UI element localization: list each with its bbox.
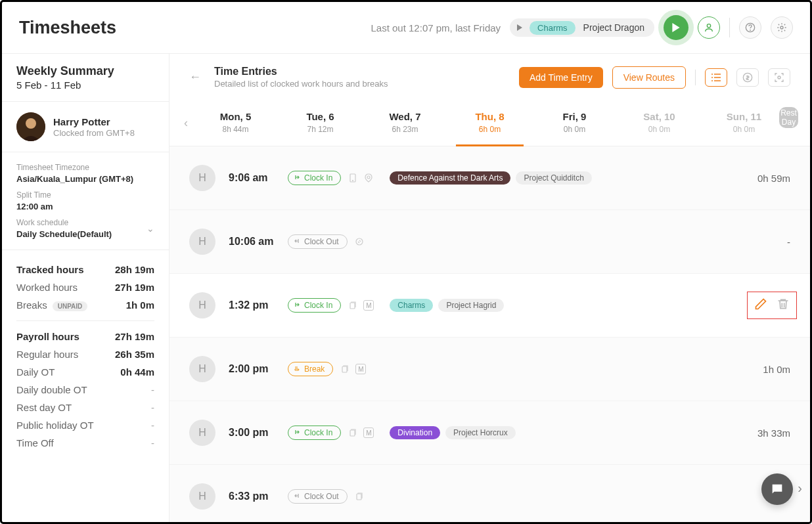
trash-icon[interactable] <box>777 297 790 313</box>
day-hours: 0h 0m <box>702 125 786 134</box>
entry-tag: Charms <box>390 299 433 312</box>
section-subtitle: Detailed list of clocked work hours and … <box>214 79 388 89</box>
pill-icon <box>294 492 300 500</box>
day-label: Tue, 6 <box>278 111 363 122</box>
entry-meta-icons <box>348 173 374 183</box>
entry-meta-icons: M <box>348 427 374 438</box>
day-label: Sun, 11 <box>702 111 786 122</box>
chevron-down-icon[interactable]: ⌄ <box>147 223 154 234</box>
time-entry-row[interactable]: H9:06 amClock InDefence Against the Dark… <box>169 146 810 210</box>
m-badge: M <box>363 427 374 438</box>
entry-meta-icons: M <box>348 300 374 311</box>
entry-tags: DivinationProject Horcrux <box>390 426 515 439</box>
entry-duration: - <box>787 236 790 248</box>
day-tab-1[interactable]: Tue, 67h 12m <box>278 100 363 146</box>
entry-avatar: H <box>189 483 215 510</box>
entry-duration: 1h 0m <box>763 364 790 375</box>
chat-button[interactable] <box>761 473 793 505</box>
time-entry-row[interactable]: H1:32 pmClock InMCharmsProject Hagrid0h … <box>169 274 810 338</box>
svg-point-16 <box>367 176 370 179</box>
entry-tags: CharmsProject Hagrid <box>390 299 504 312</box>
user-timezone: Clocked from GMT+8 <box>53 128 135 138</box>
day-tab-0[interactable]: Mon, 58h 44m <box>193 100 278 146</box>
day-label: Fri, 9 <box>532 111 617 122</box>
current-project-tag: Project Dragon <box>581 20 652 35</box>
day-hours: 7h 12m <box>278 125 363 134</box>
svg-point-3 <box>780 26 783 29</box>
back-arrow-icon[interactable]: ← <box>189 70 201 84</box>
daily-ot-label: Daily OT <box>16 366 55 378</box>
day-tab-4[interactable]: Fri, 90h 0m <box>532 100 617 146</box>
expand-chevron-icon[interactable]: › <box>798 481 802 496</box>
m-badge: M <box>363 300 374 311</box>
clock-in-play-button[interactable] <box>664 15 688 40</box>
settings-button[interactable] <box>771 16 793 39</box>
svg-rect-19 <box>342 366 347 372</box>
copy-icon <box>348 300 358 311</box>
payroll-value: 27h 19m <box>115 331 154 342</box>
time-entry-row[interactable]: H10:06 amClock Out- <box>169 210 810 274</box>
user-avatar[interactable] <box>16 112 45 141</box>
day-hours: 6h 0m <box>447 125 532 134</box>
regular-label: Regular hours <box>16 349 78 360</box>
prev-week-button[interactable]: ‹ <box>179 103 193 143</box>
day-hours: 0h 0m <box>617 125 702 134</box>
user-icon-button[interactable] <box>698 16 720 39</box>
edit-icon[interactable] <box>754 297 767 313</box>
sidebar: Weekly Summary 5 Feb - 11 Feb Harry Pott… <box>2 53 169 522</box>
ddot-label: Daily double OT <box>16 384 87 395</box>
section-title: Time Entries <box>214 66 388 77</box>
entry-time: 6:33 pm <box>229 491 288 502</box>
split-label: Split Time <box>16 190 154 200</box>
add-time-entry-button[interactable]: Add Time Entry <box>519 67 603 88</box>
clock-pill: Clock Out <box>288 234 348 249</box>
worked-label: Worked hours <box>16 282 78 293</box>
svg-rect-21 <box>357 494 361 500</box>
svg-point-15 <box>353 181 353 181</box>
clock-pill: Clock Out <box>288 489 348 504</box>
divider <box>16 320 154 321</box>
phone-icon <box>348 173 358 183</box>
time-entry-row[interactable]: H3:00 pmClock InMDivinationProject Horcr… <box>169 401 810 465</box>
focus-view-button[interactable] <box>768 68 790 87</box>
clock-pill: Clock In <box>288 426 341 440</box>
pill-icon <box>294 365 300 373</box>
svg-rect-18 <box>350 303 355 309</box>
svg-point-5 <box>26 118 36 129</box>
day-hours: 0h 0m <box>532 125 617 134</box>
day-tab-6[interactable]: Sun, 110h 0m <box>702 100 786 146</box>
day-label: Wed, 7 <box>363 111 447 122</box>
current-task-group[interactable]: Charms Project Dragon <box>510 18 654 37</box>
payroll-label: Payroll hours <box>16 331 79 342</box>
breaks-label: BreaksUNPAID <box>16 299 87 311</box>
day-tab-3[interactable]: Thu, 86h 0m <box>447 100 532 146</box>
copy-icon <box>340 364 350 374</box>
time-entry-row[interactable]: H6:33 pmClock Out- <box>169 465 810 522</box>
money-view-button[interactable] <box>736 68 759 87</box>
entry-tag: Project Quidditch <box>516 171 591 185</box>
rdot-value: - <box>151 402 154 413</box>
svg-rect-20 <box>350 430 355 436</box>
svg-point-0 <box>707 24 710 28</box>
toff-value: - <box>151 437 154 448</box>
schedule-label: Work schedule <box>16 218 112 227</box>
day-tab-5[interactable]: Sat, 100h 0m <box>617 100 702 146</box>
m-badge: M <box>355 364 366 374</box>
entry-avatar: H <box>189 292 215 318</box>
phot-label: Public holiday OT <box>16 420 94 431</box>
list-view-button[interactable] <box>705 68 727 87</box>
time-entry-row[interactable]: H2:00 pmBreakM1h 0m <box>169 338 810 401</box>
svg-point-17 <box>356 238 363 245</box>
location-icon <box>363 173 374 183</box>
phot-value: - <box>151 420 154 431</box>
toff-label: Time Off <box>16 437 54 448</box>
last-out-text: Last out 12:07 pm, last Friday <box>371 22 501 33</box>
tz-label: Timesheet Timezone <box>16 163 154 172</box>
stats-block: Tracked hours28h 19m Worked hours27h 19m… <box>2 250 169 462</box>
day-label: Thu, 8 <box>447 111 532 122</box>
day-tab-2[interactable]: Wed, 76h 23m <box>363 100 447 146</box>
view-routes-button[interactable]: View Routes <box>612 66 686 89</box>
help-button[interactable] <box>739 16 761 39</box>
play-icon <box>515 23 524 32</box>
copy-icon <box>348 427 358 438</box>
